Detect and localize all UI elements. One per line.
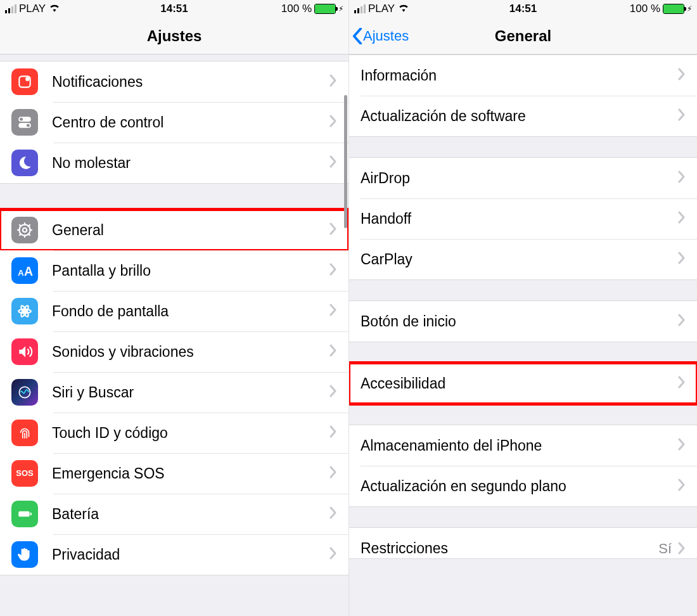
clock-label: 14:51: [509, 3, 537, 15]
row-general[interactable]: General: [0, 210, 348, 250]
chevron-right-icon: [329, 304, 337, 319]
row-label: Actualización de software: [361, 108, 678, 125]
page-title: Ajustes: [0, 27, 348, 45]
row-value: Sí: [658, 541, 672, 557]
row-label: Información: [361, 67, 678, 84]
charging-icon: ⚡︎: [338, 4, 343, 13]
row-control-center[interactable]: Centro de control: [0, 102, 348, 143]
row-label: Fondo de pantalla: [52, 303, 329, 320]
row-label: Actualización en segundo plano: [361, 478, 678, 495]
svg-text:A: A: [24, 264, 33, 278]
moon-icon: [11, 150, 38, 176]
row-notifications[interactable]: Notificaciones: [0, 61, 348, 102]
chevron-right-icon: [678, 211, 686, 226]
chevron-right-icon: [329, 263, 337, 278]
svg-line-13: [28, 233, 30, 235]
nav-bar: Ajustes General: [349, 18, 697, 55]
row-accessibility[interactable]: Accesibilidad: [349, 363, 697, 404]
svg-rect-25: [30, 513, 32, 515]
row-sos[interactable]: SOSEmergencia SOS: [0, 453, 348, 494]
svg-line-14: [28, 224, 30, 226]
fingerprint-icon: [11, 420, 38, 446]
chevron-right-icon: [678, 252, 686, 267]
chevron-right-icon: [329, 385, 337, 400]
battery-percent-label: 100 %: [281, 3, 312, 15]
row-label: Centro de control: [52, 114, 329, 131]
row-label: Handoff: [361, 210, 678, 228]
svg-text:A: A: [18, 268, 24, 278]
row-battery[interactable]: Batería: [0, 494, 348, 534]
charging-icon: ⚡︎: [687, 4, 692, 13]
chevron-right-icon: [329, 115, 337, 130]
signal-icon: [354, 4, 366, 13]
toggles-icon: [11, 109, 38, 136]
chevron-right-icon: [329, 425, 337, 440]
row-label: Almacenamiento del iPhone: [361, 437, 678, 454]
row-about[interactable]: Información: [349, 55, 697, 96]
row-wallpaper[interactable]: Fondo de pantalla: [0, 291, 348, 331]
row-label: Siri y Buscar: [52, 384, 329, 401]
clock-label: 14:51: [160, 3, 188, 15]
row-display[interactable]: AAPantalla y brillo: [0, 250, 348, 291]
row-airdrop[interactable]: AirDrop: [349, 158, 697, 198]
chevron-right-icon: [678, 108, 686, 124]
battery-percent-label: 100 %: [630, 3, 660, 15]
sos-icon: SOS: [11, 460, 38, 487]
svg-rect-24: [18, 511, 29, 517]
row-carplay[interactable]: CarPlay: [349, 239, 697, 279]
status-bar: PLAY 14:51 100 % ⚡︎: [0, 0, 348, 18]
row-software-update[interactable]: Actualización de software: [349, 96, 697, 136]
row-storage[interactable]: Almacenamiento del iPhone: [349, 425, 697, 466]
wifi-icon: [48, 1, 61, 17]
chevron-right-icon: [329, 344, 337, 359]
settings-root-screen: PLAY 14:51 100 % ⚡︎ Ajustes Notificacion…: [0, 0, 348, 616]
row-label: Accesibilidad: [361, 375, 678, 392]
chevron-right-icon: [329, 222, 337, 238]
svg-point-3: [20, 118, 23, 121]
chevron-right-icon: [678, 68, 686, 83]
flower-icon: [11, 298, 38, 324]
chevron-right-icon: [329, 466, 337, 481]
svg-text:SOS: SOS: [16, 468, 33, 478]
row-label: Privacidad: [52, 546, 329, 563]
row-label: Batería: [52, 506, 329, 523]
bell-icon: [11, 68, 38, 95]
svg-line-15: [19, 233, 21, 235]
chevron-right-icon: [678, 438, 686, 453]
battery-icon: [11, 501, 38, 527]
row-label: CarPlay: [361, 251, 678, 268]
status-bar: PLAY 14:51 100 % ⚡︎: [349, 0, 697, 18]
back-button[interactable]: Ajustes: [349, 28, 409, 44]
svg-line-12: [19, 224, 21, 226]
carrier-label: PLAY: [19, 3, 46, 15]
settings-general-screen: PLAY 14:51 100 % ⚡︎ Ajustes General Info…: [348, 0, 697, 616]
row-restrictions[interactable]: RestriccionesSí: [349, 528, 697, 558]
row-touchid[interactable]: Touch ID y código: [0, 413, 348, 453]
row-home-button[interactable]: Botón de inicio: [349, 301, 697, 342]
row-sounds[interactable]: Sonidos y vibraciones: [0, 331, 348, 372]
speaker-icon: [11, 338, 38, 365]
siri-icon: [11, 379, 38, 406]
row-label: General: [52, 222, 329, 239]
row-label: Emergencia SOS: [52, 465, 329, 482]
row-do-not-disturb[interactable]: No molestar: [0, 143, 348, 183]
carrier-label: PLAY: [368, 3, 395, 15]
battery-icon: [663, 4, 684, 14]
row-label: Restricciones: [361, 540, 658, 557]
row-label: AirDrop: [361, 170, 678, 187]
chevron-right-icon: [329, 155, 337, 170]
row-background-refresh[interactable]: Actualización en segundo plano: [349, 466, 697, 506]
chevron-right-icon: [678, 542, 686, 557]
row-label: Sonidos y vibraciones: [52, 343, 329, 361]
row-handoff[interactable]: Handoff: [349, 198, 697, 239]
scrollbar[interactable]: [344, 95, 347, 228]
signal-icon: [5, 4, 16, 13]
chevron-right-icon: [678, 170, 686, 186]
row-siri[interactable]: Siri y Buscar: [0, 372, 348, 413]
battery-icon: [314, 4, 336, 14]
row-privacy[interactable]: Privacidad: [0, 534, 348, 575]
chevron-right-icon: [678, 314, 686, 329]
text-size-icon: AA: [11, 257, 38, 284]
nav-bar: Ajustes: [0, 18, 348, 55]
chevron-right-icon: [678, 478, 686, 494]
